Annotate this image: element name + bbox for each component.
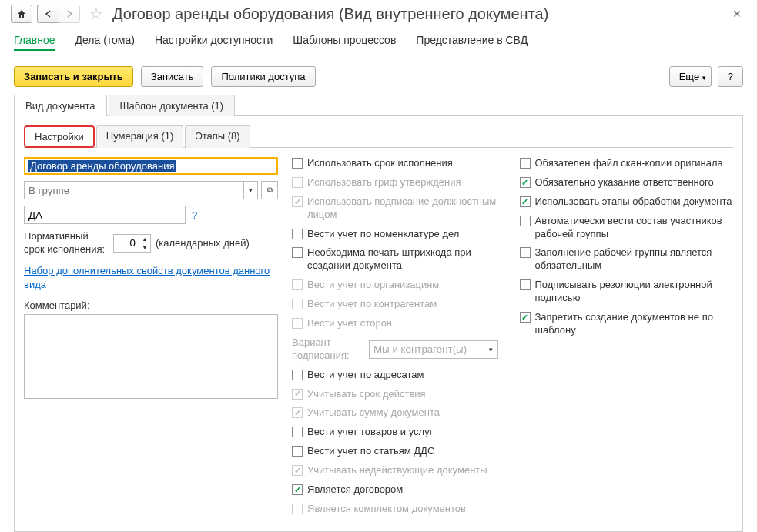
back-button[interactable] xyxy=(37,5,59,23)
checkbox-row: Вести учет сторон xyxy=(292,317,506,330)
save-close-button[interactable]: Записать и закрыть xyxy=(14,66,133,87)
policies-button[interactable]: Политики доступа xyxy=(211,66,315,87)
code-help-icon[interactable]: ? xyxy=(192,209,197,221)
checkbox-label: Вести учет по контрагентам xyxy=(307,298,437,311)
checkbox xyxy=(292,465,303,476)
comment-label: Комментарий: xyxy=(24,299,278,311)
checkbox[interactable] xyxy=(292,247,303,258)
checkbox xyxy=(292,318,303,329)
code-input[interactable] xyxy=(24,206,186,224)
group-dropdown-icon[interactable]: ▾ xyxy=(244,181,258,199)
checkbox-label: Вести учет по номенклатуре дел xyxy=(307,228,459,241)
page-title: Договор аренды оборудования (Вид внутрен… xyxy=(112,5,548,23)
checkbox-row: Вести учет по контрагентам xyxy=(292,298,506,311)
checkbox-row: Необходима печать штрихкода при создании… xyxy=(292,246,506,273)
save-button[interactable]: Записать xyxy=(141,66,204,87)
checkbox[interactable] xyxy=(520,158,531,169)
nav-templates[interactable]: Шаблоны процессов xyxy=(293,34,396,51)
nav-main[interactable]: Главное xyxy=(14,34,55,51)
close-button[interactable]: ✕ xyxy=(728,8,746,20)
checkbox-label: Использовать гриф утверждения xyxy=(307,176,461,189)
checkbox xyxy=(292,177,303,188)
checkbox[interactable] xyxy=(520,196,531,207)
checkbox-label: Подписывать резолюции электронной подпис… xyxy=(535,279,734,305)
checkbox[interactable] xyxy=(292,427,303,437)
checkbox[interactable] xyxy=(292,229,303,239)
comment-textarea[interactable] xyxy=(24,314,278,399)
nav-svd[interactable]: Представление в СВД xyxy=(416,34,528,51)
group-input[interactable] xyxy=(24,181,244,199)
checkbox-label: Вести учет по адресатам xyxy=(307,369,424,382)
checkbox-row: Автоматически вести состав участников ра… xyxy=(520,215,734,241)
checkbox-label: Необходима печать штрихкода при создании… xyxy=(307,246,506,273)
variant-select[interactable] xyxy=(369,340,484,359)
help-button[interactable]: ? xyxy=(718,66,743,87)
nav-access[interactable]: Настройки доступности xyxy=(155,34,273,51)
more-button[interactable]: Еще ▾ xyxy=(669,66,712,87)
norm-label: Нормативный срок исполнения: xyxy=(24,230,109,256)
name-field[interactable]: Договор аренды оборудования xyxy=(24,157,278,175)
checkbox-label: Учитывать сумму документа xyxy=(307,407,440,420)
checkbox-label: Использовать срок исполнения xyxy=(307,157,453,170)
days-spinner[interactable]: ▲▼ xyxy=(113,234,151,253)
checkbox-label: Запретить создание документов не по шабл… xyxy=(535,311,734,337)
checkbox-label: Обязательно указание ответственного xyxy=(535,176,714,189)
checkbox[interactable] xyxy=(292,158,303,169)
checkbox xyxy=(292,407,303,418)
chevron-down-icon: ▾ xyxy=(702,74,706,82)
variant-label: Вариант подписания: xyxy=(292,336,361,363)
subtab-numbering[interactable]: Нумерация (1) xyxy=(96,125,184,148)
checkbox-label: Является договором xyxy=(307,483,403,497)
extra-props-link[interactable]: Набор дополнительных свойств документов … xyxy=(24,264,278,292)
spin-down-icon[interactable]: ▼ xyxy=(139,243,150,252)
forward-button[interactable] xyxy=(59,5,80,23)
subtab-stages[interactable]: Этапы (8) xyxy=(185,125,250,148)
checkbox-row: Вести учет товаров и услуг xyxy=(292,426,506,439)
checkbox-row: Запретить создание документов не по шабл… xyxy=(520,311,734,337)
checkbox-label: Вести учет по организациям xyxy=(307,279,439,292)
checkbox-row: Обязателен файл скан-копии оригинала xyxy=(520,157,734,170)
checkbox-row: Учитывать срок действия xyxy=(292,388,506,401)
checkbox[interactable] xyxy=(292,446,303,457)
checkbox-row: Использовать срок исполнения xyxy=(292,157,506,170)
checkbox-row: Вести учет по номенклатуре дел xyxy=(292,228,506,241)
checkbox-label: Учитывать недействующие документы xyxy=(307,464,487,477)
nav-links: Главное Дела (тома) Настройки доступност… xyxy=(0,26,757,62)
checkbox-row: Заполнение рабочей группы является обяза… xyxy=(520,246,734,273)
tab-doc-type[interactable]: Вид документа xyxy=(14,95,107,116)
checkbox-label: Учитывать срок действия xyxy=(307,388,426,401)
checkbox-label: Использовать подписание должностным лицо… xyxy=(307,196,506,222)
checkbox[interactable] xyxy=(520,279,531,290)
home-button[interactable] xyxy=(11,5,32,23)
checkbox[interactable] xyxy=(520,247,531,258)
checkbox-label: Является комплектом документов xyxy=(307,503,466,516)
checkbox-label: Вести учет товаров и услуг xyxy=(307,426,433,439)
sub-tabs: Настройки Нумерация (1) Этапы (8) xyxy=(24,125,733,148)
favorite-icon[interactable]: ☆ xyxy=(89,5,103,23)
checkbox[interactable] xyxy=(292,484,303,495)
subtab-settings[interactable]: Настройки xyxy=(24,125,95,148)
days-input[interactable] xyxy=(114,235,139,252)
group-open-button[interactable]: ⧉ xyxy=(261,181,278,199)
nav-cases[interactable]: Дела (тома) xyxy=(75,34,135,51)
checkbox xyxy=(292,299,303,309)
checkbox-label: Обязателен файл скан-копии оригинала xyxy=(535,157,723,170)
checkbox-row: Обязательно указание ответственного xyxy=(520,176,734,189)
checkbox-label: Вести учет по статьям ДДС xyxy=(307,445,434,458)
checkbox xyxy=(292,196,303,207)
checkbox-row: Использовать гриф утверждения xyxy=(292,176,506,189)
checkbox[interactable] xyxy=(520,177,531,188)
checkbox[interactable] xyxy=(520,312,531,323)
checkbox xyxy=(292,279,303,290)
checkbox-row: Учитывать сумму документа xyxy=(292,407,506,420)
checkbox-row: Подписывать резолюции электронной подпис… xyxy=(520,279,734,305)
checkbox[interactable] xyxy=(520,216,531,226)
tab-doc-template[interactable]: Шаблон документа (1) xyxy=(109,95,236,116)
checkbox-row: Использовать подписание должностным лицо… xyxy=(292,196,506,222)
main-tabs: Вид документа Шаблон документа (1) xyxy=(14,95,743,116)
variant-dropdown-icon[interactable]: ▾ xyxy=(484,340,498,359)
checkbox-row: Использовать этапы обработки документа xyxy=(520,196,734,209)
checkbox[interactable] xyxy=(292,370,303,380)
spin-up-icon[interactable]: ▲ xyxy=(139,235,150,243)
checkbox-row: Является договором xyxy=(292,483,506,497)
